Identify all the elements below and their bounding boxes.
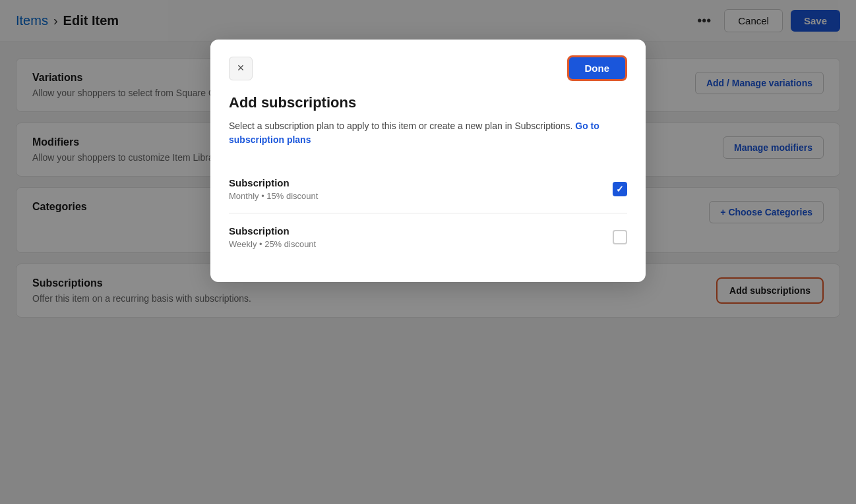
modal-done-button[interactable]: Done: [567, 55, 628, 81]
subscription-name-2: Subscription: [229, 225, 316, 237]
subscription-item-2: Subscription Weekly • 25% discount: [229, 213, 627, 261]
modal-top-bar: × Done: [229, 55, 627, 81]
subscription-info-2: Subscription Weekly • 25% discount: [229, 225, 316, 249]
modal-close-button[interactable]: ×: [229, 57, 253, 80]
subscription-details-1: Monthly • 15% discount: [229, 191, 318, 201]
subscription-info-1: Subscription Monthly • 15% discount: [229, 177, 318, 201]
subscription-details-2: Weekly • 25% discount: [229, 239, 316, 249]
subscription-checkbox-2[interactable]: [613, 230, 627, 244]
modal-description: Select a subscription plan to apply to t…: [229, 119, 627, 147]
subscription-checkbox-1[interactable]: ✓: [613, 182, 627, 196]
subscription-name-1: Subscription: [229, 177, 318, 188]
add-subscriptions-modal: × Done Add subscriptions Select a subscr…: [210, 40, 646, 282]
modal-desc-text: Select a subscription plan to apply to t…: [229, 121, 572, 131]
checkmark-icon-1: ✓: [616, 184, 624, 194]
subscription-item-1: Subscription Monthly • 15% discount ✓: [229, 165, 627, 213]
modal-title: Add subscriptions: [229, 94, 627, 111]
modal-overlay: × Done Add subscriptions Select a subscr…: [0, 0, 856, 504]
